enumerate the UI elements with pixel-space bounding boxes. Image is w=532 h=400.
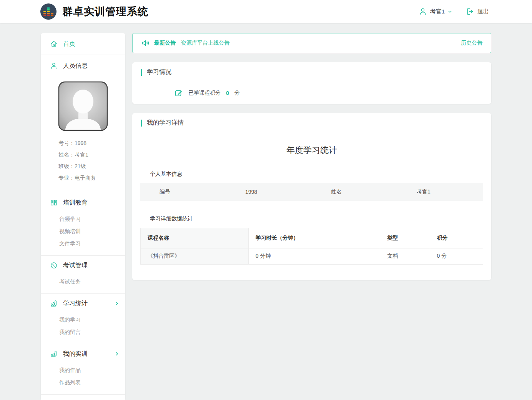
user-icon — [419, 7, 427, 16]
section-title: 我的学习详情 — [147, 119, 184, 127]
announcement-bar: 最新公告 资源库平台上线公告 历史公告 — [132, 33, 491, 53]
study-detail-card: 我的学习详情 年度学习统计 个人基本信息 编号 1998 姓名 考官1 学习详细… — [132, 113, 491, 280]
cell-course-name: 《抖音雷区》 — [141, 248, 248, 264]
user-name: 考官1 — [430, 8, 445, 15]
person-icon — [50, 62, 58, 70]
edit-icon — [175, 89, 183, 97]
profile-block: 考号：1998 姓名：考官1 班级：21级 专业：电子商务 — [41, 77, 125, 193]
history-announcements-link[interactable]: 历史公告 — [461, 40, 482, 47]
section-marker — [141, 69, 142, 76]
sidebar-group-study-statistics[interactable]: 学习统计 — [41, 294, 125, 313]
avatar — [58, 81, 108, 131]
chevron-right-icon — [115, 352, 119, 356]
profile-field-exam-no: 考号：1998 — [58, 137, 125, 149]
basic-info-id-label: 编号 — [140, 188, 226, 195]
sidebar-sublist: 考试任务 — [41, 275, 125, 293]
app-logo-icon — [40, 3, 57, 20]
study-data-table-label: 学习详细数据统计 — [150, 215, 491, 222]
logout-icon — [466, 7, 474, 16]
cell-points: 0 分 — [430, 248, 483, 264]
sidebar-group-label: 我的实训 — [63, 350, 88, 358]
sidebar-item-works-list[interactable]: 作品列表 — [41, 377, 125, 389]
brand-title: 群卓实训管理系统 — [62, 5, 148, 18]
basic-info-label: 个人基本信息 — [150, 171, 491, 178]
chevron-down-icon — [448, 10, 452, 14]
annual-statistics-heading: 年度学习统计 — [132, 133, 491, 171]
section-marker — [141, 120, 142, 127]
sidebar: 首页 人员信息 — [41, 33, 125, 400]
basic-info-row: 编号 1998 姓名 考官1 — [140, 183, 483, 201]
score-value: 0 — [226, 90, 229, 96]
sidebar-item-my-messages[interactable]: 我的留言 — [41, 326, 125, 338]
detail-body: 年度学习统计 个人基本信息 编号 1998 姓名 考官1 学习详细数据统计 — [132, 133, 491, 280]
score-label: 已学课程积分 — [188, 90, 221, 97]
page-layout: 首页 人员信息 — [41, 33, 491, 400]
sidebar-sublist: 音频学习 视频培训 文件学习 — [41, 212, 125, 255]
sidebar-item-file-study[interactable]: 文件学习 — [41, 238, 125, 250]
study-data-table: 课程名称 学习时长（分钟） 类型 积分 《抖音雷区》 0 分钟 文档 — [140, 228, 483, 265]
logout-label: 退出 — [477, 8, 489, 15]
column-header-type: 类型 — [380, 228, 430, 248]
sidebar-item-exam-task[interactable]: 考试任务 — [41, 276, 125, 288]
sidebar-group-my-practical-training[interactable]: 我的实训 — [41, 344, 125, 363]
top-bar: 群卓实训管理系统 考官1 — [0, 0, 532, 23]
column-header-study-duration: 学习时长（分钟） — [248, 228, 380, 248]
profile-field-major: 专业：电子商务 — [58, 172, 125, 183]
speaker-icon — [141, 38, 150, 48]
basic-info-id-value: 1998 — [226, 189, 312, 195]
column-header-points: 积分 — [430, 228, 483, 248]
sidebar-sublist: 我的学习 我的留言 — [41, 313, 125, 344]
sidebar-item-my-works[interactable]: 我的作品 — [41, 364, 125, 377]
bar-chart-icon — [50, 350, 58, 358]
profile-field-name: 姓名：考官1 — [58, 149, 125, 160]
sidebar-item-label: 人员信息 — [63, 62, 88, 70]
sidebar-item-my-study[interactable]: 我的学习 — [41, 314, 125, 326]
score-unit: 分 — [234, 90, 240, 97]
top-bar-actions: 考官1 退出 — [419, 7, 489, 16]
table-header-row: 课程名称 学习时长（分钟） 类型 积分 — [141, 228, 483, 248]
divider — [41, 394, 125, 395]
sidebar-item-home[interactable]: 首页 — [41, 33, 125, 55]
sidebar-group-training-education[interactable]: 培训教育 — [41, 193, 125, 212]
user-menu[interactable]: 考官1 — [419, 7, 452, 16]
sidebar-sublist: 我的作品 作品列表 — [41, 363, 125, 394]
basic-info-name-label: 姓名 — [312, 188, 397, 195]
logout-button[interactable]: 退出 — [466, 7, 489, 16]
sidebar-group-label: 培训教育 — [63, 199, 88, 207]
profile-field-class: 班级：21级 — [58, 160, 125, 172]
brand: 群卓实训管理系统 — [40, 3, 148, 20]
basic-info-name-value: 考官1 — [397, 188, 483, 195]
clock-icon — [50, 262, 58, 269]
table-row: 《抖音雷区》 0 分钟 文档 0 分 — [141, 248, 483, 264]
chevron-right-icon — [115, 301, 119, 306]
sidebar-item-personnel[interactable]: 人员信息 — [41, 55, 125, 77]
sidebar-item-video-training[interactable]: 视频培训 — [41, 225, 125, 238]
announcement-link[interactable]: 资源库平台上线公告 — [181, 40, 229, 47]
bar-chart-icon — [50, 300, 58, 307]
sidebar-item-label: 首页 — [63, 40, 75, 48]
latest-announcement-label: 最新公告 — [154, 40, 176, 47]
section-title: 学习情况 — [147, 68, 171, 76]
book-icon — [50, 199, 58, 207]
sidebar-item-audio-study[interactable]: 音频学习 — [41, 213, 125, 225]
sidebar-group-label: 学习统计 — [63, 300, 88, 308]
sidebar-group-exam-management[interactable]: 考试管理 — [41, 256, 125, 275]
cell-study-duration: 0 分钟 — [248, 248, 380, 264]
profile-info: 考号：1998 姓名：考官1 班级：21级 专业：电子商务 — [41, 131, 125, 183]
study-status-card: 学习情况 已学课程积分 0 分 — [132, 62, 491, 104]
main-content: 最新公告 资源库平台上线公告 历史公告 学习情况 已学课程积分 0 分 — [132, 33, 491, 289]
sidebar-group-label: 考试管理 — [63, 262, 88, 270]
cell-type: 文档 — [380, 248, 430, 264]
score-row: 已学课程积分 0 分 — [132, 82, 491, 104]
home-icon — [50, 40, 58, 48]
column-header-course-name: 课程名称 — [141, 228, 248, 248]
card-header: 学习情况 — [132, 62, 491, 82]
card-header: 我的学习详情 — [132, 113, 491, 133]
